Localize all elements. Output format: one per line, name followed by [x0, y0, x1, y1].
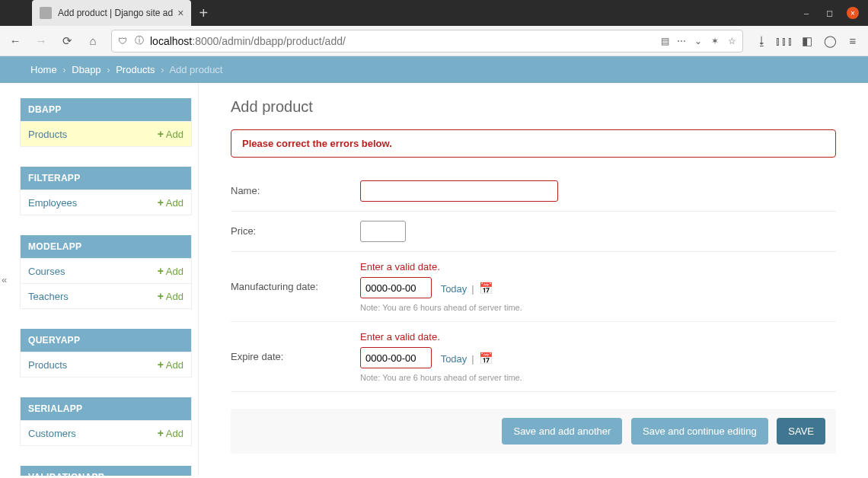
add-link[interactable]: +Add: [158, 196, 183, 209]
exp-help-text: Note: You are 6 hours ahead of server ti…: [360, 373, 836, 382]
toolbar-right: ⭳ ⫿⫿⫿ ◧ ◯ ≡: [751, 33, 863, 49]
app-filterapp: FILTERAPP Employees +Add: [20, 167, 192, 215]
field-name-label: Name:: [231, 180, 360, 196]
admin-page: Home › Dbapp › Products › Add product « …: [0, 56, 868, 478]
url-text: localhost:8000/admin/dbapp/product/add/: [150, 35, 654, 47]
plus-icon: +: [158, 290, 164, 302]
price-input[interactable]: [360, 221, 406, 242]
pocket-icon[interactable]: ⌄: [692, 35, 704, 47]
sidebar-item-customers[interactable]: Customers +Add: [21, 420, 191, 445]
bug-icon[interactable]: ✶: [709, 35, 721, 47]
field-exp-label: Expire date:: [231, 331, 360, 362]
url-bar[interactable]: 🛡 ⓘ localhost:8000/admin/dbapp/product/a…: [111, 30, 743, 53]
sidebar-collapse-icon[interactable]: «: [2, 274, 7, 285]
browser-titlebar: Add product | Django site ad × + – ◻ ×: [0, 0, 868, 26]
field-mfg-label: Manufacturing date:: [231, 261, 360, 292]
app-dbapp: DBAPP Products +Add: [20, 98, 192, 147]
maximize-icon[interactable]: ◻: [824, 8, 834, 18]
home-button[interactable]: ⌂: [82, 30, 104, 52]
sidebar-item-products[interactable]: Products +Add: [21, 121, 191, 146]
save-continue-button[interactable]: Save and continue editing: [631, 418, 768, 445]
info-icon[interactable]: ⓘ: [133, 35, 145, 47]
calendar-icon[interactable]: 📅: [479, 282, 493, 295]
window-close-icon[interactable]: ×: [847, 7, 859, 19]
breadcrumb-current: Add product: [169, 64, 222, 75]
library-icon[interactable]: ⫿⫿⫿: [777, 33, 792, 49]
browser-toolbar: ← → ⟳ ⌂ 🛡 ⓘ localhost:8000/admin/dbapp/p…: [0, 26, 868, 56]
app-caption[interactable]: MODELAPP: [21, 235, 191, 258]
app-queryapp: QUERYAPP Products +Add: [20, 329, 192, 378]
sidebar-icon[interactable]: ◧: [799, 33, 815, 49]
plus-icon: +: [158, 128, 164, 140]
sidebar-item-teachers[interactable]: Teachers +Add: [21, 283, 191, 308]
plus-icon: +: [158, 358, 164, 371]
app-validationapp: VALIDATIONAPP: [20, 466, 192, 476]
forward-button[interactable]: →: [30, 30, 52, 52]
tab-close-icon[interactable]: ×: [177, 7, 183, 19]
field-price-row: Price:: [231, 212, 836, 252]
sidebar-item-courses[interactable]: Courses +Add: [21, 258, 191, 283]
model-link[interactable]: Customers: [28, 428, 76, 439]
breadcrumb-home[interactable]: Home: [30, 64, 57, 75]
app-caption[interactable]: QUERYAPP: [21, 329, 191, 352]
downloads-icon[interactable]: ⭳: [754, 33, 769, 49]
exp-date-input[interactable]: [360, 347, 432, 368]
new-tab-button[interactable]: +: [199, 5, 208, 22]
model-link[interactable]: Courses: [28, 266, 65, 277]
breadcrumb-app[interactable]: Dbapp: [72, 64, 101, 75]
add-link[interactable]: +Add: [158, 265, 183, 277]
add-link[interactable]: +Add: [158, 128, 183, 140]
page-title: Add product: [231, 98, 836, 116]
field-price-label: Price:: [231, 221, 360, 237]
add-link[interactable]: +Add: [158, 358, 183, 371]
reader-view-icon[interactable]: ▤: [659, 35, 671, 47]
save-add-another-button[interactable]: Save and add another: [502, 418, 622, 445]
field-name-row: Name:: [231, 171, 836, 212]
add-link[interactable]: +Add: [158, 290, 183, 302]
main-content: Add product Please correct the errors be…: [198, 83, 868, 476]
submit-row: Save and add another Save and continue e…: [231, 409, 836, 454]
menu-icon[interactable]: ≡: [845, 33, 860, 49]
plus-icon: +: [158, 265, 164, 277]
field-mfg-row: Manufacturing date: Enter a valid date. …: [231, 252, 836, 322]
reload-button[interactable]: ⟳: [56, 30, 78, 52]
minimize-icon[interactable]: –: [801, 8, 812, 18]
error-note: Please correct the errors below.: [231, 129, 836, 158]
account-icon[interactable]: ◯: [822, 33, 838, 49]
calendar-icon[interactable]: 📅: [479, 352, 493, 365]
tab-title: Add product | Django site ad: [58, 8, 173, 18]
app-caption[interactable]: VALIDATIONAPP: [21, 466, 191, 476]
model-link[interactable]: Products: [28, 129, 67, 140]
field-exp-row: Expire date: Enter a valid date. Today |…: [231, 322, 836, 392]
plus-icon: +: [158, 196, 164, 209]
model-link[interactable]: Products: [28, 359, 67, 371]
add-link[interactable]: +Add: [158, 427, 183, 439]
app-serialapp: SERIALAPP Customers +Add: [20, 397, 192, 446]
star-icon[interactable]: ☆: [726, 35, 738, 47]
mfg-date-input[interactable]: [360, 277, 432, 298]
back-button[interactable]: ←: [5, 30, 26, 52]
model-link[interactable]: Employees: [28, 197, 77, 209]
app-modelapp: MODELAPP Courses +Add Teachers +Add: [20, 235, 192, 309]
breadcrumb: Home › Dbapp › Products › Add product: [0, 56, 868, 83]
app-caption[interactable]: FILTERAPP: [21, 167, 191, 190]
tab-favicon: [40, 7, 52, 19]
content-area: « DBAPP Products +Add FILTERAPP Employee…: [0, 83, 868, 476]
exp-error: Enter a valid date.: [360, 331, 836, 343]
mfg-error: Enter a valid date.: [360, 261, 836, 272]
mfg-help-text: Note: You are 6 hours ahead of server ti…: [360, 303, 836, 312]
browser-tab[interactable]: Add product | Django site ad ×: [32, 0, 191, 26]
exp-today-link[interactable]: Today: [441, 353, 468, 365]
sidebar-item-products-q[interactable]: Products +Add: [21, 352, 191, 377]
model-link[interactable]: Teachers: [28, 291, 69, 302]
sidebar-item-employees[interactable]: Employees +Add: [21, 190, 191, 215]
save-button[interactable]: SAVE: [777, 418, 825, 445]
app-caption[interactable]: SERIALAPP: [21, 397, 191, 420]
shield-icon[interactable]: 🛡: [116, 35, 129, 47]
mfg-today-link[interactable]: Today: [441, 283, 468, 295]
window-controls: – ◻ ×: [801, 7, 868, 19]
more-actions-icon[interactable]: ⋯: [675, 35, 688, 47]
breadcrumb-model[interactable]: Products: [116, 64, 155, 75]
app-caption[interactable]: DBAPP: [21, 98, 191, 121]
name-input[interactable]: [360, 180, 558, 202]
